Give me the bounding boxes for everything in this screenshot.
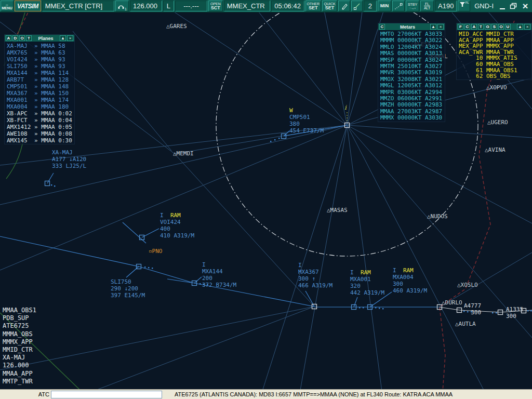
aircraft-tag[interactable]: A4777 300 — [464, 302, 481, 316]
history-dot — [152, 268, 153, 269]
history-dot — [54, 185, 55, 187]
history-count-field[interactable]: 2 — [364, 1, 377, 11]
minimize-button[interactable] — [498, 1, 507, 11]
planes-collapse-button[interactable]: ▲ — [60, 35, 66, 41]
metar-row[interactable]: MMVR 30005KT A3019 — [380, 70, 445, 76]
controller-row[interactable]: MID_ACC MMID_CTR — [459, 31, 531, 37]
planes-tab-t[interactable]: T — [26, 35, 32, 41]
fl-alt-button[interactable]: FL ALT — [420, 1, 434, 11]
aircraft-tag[interactable]: I RAMMXA004300460 A319/M — [393, 267, 427, 294]
planes-row[interactable]: AMX765 » MMAA 63 — [7, 49, 74, 56]
active-station-field[interactable]: MMEX_CTR [CTR] — [42, 1, 114, 11]
planes-row[interactable]: MXA004 » MMAA 180 — [7, 103, 74, 110]
chat-station-item[interactable]: PDB_SUP — [3, 314, 36, 322]
quick-set-button[interactable]: QUICK SET — [322, 1, 338, 11]
voice-headset-button[interactable]: 1 — [115, 1, 129, 11]
chat-station-item[interactable]: MMTP_TWR — [3, 378, 36, 385]
planes-row[interactable]: AMX145 » MMAA 0:30 — [7, 137, 74, 144]
gnd-mode-field[interactable]: GND-I — [471, 1, 497, 11]
chat-station-item[interactable]: MMID_CTR — [3, 346, 36, 354]
stby-button[interactable]: STBY ·→▫ — [406, 1, 419, 11]
menu-button[interactable]: ↔ MENU — [1, 1, 14, 11]
open-sct-button[interactable]: OPEN SCT — [208, 1, 223, 11]
aircraft-tag[interactable]: IMXA367300 ↑466 A319/M — [298, 262, 332, 289]
history-dot — [363, 307, 364, 308]
planes-row[interactable]: CMP501 » MMAA 148 — [7, 83, 74, 90]
chat-station-item[interactable]: MMMA_OBS — [3, 330, 36, 338]
tag-text: 400 — [160, 225, 170, 232]
planes-panel-header[interactable]: A D O T Planes ▲ × — [5, 35, 74, 42]
planes-row[interactable]: MXA001 » MMAA 174 — [7, 97, 74, 103]
sector-file-name: MMEX_CTR — [227, 2, 265, 10]
chat-station-item[interactable]: MMMX_APP — [3, 338, 36, 346]
metar-row[interactable]: MMAS 00000KT A3013 — [380, 50, 445, 57]
controllers-close-button[interactable]: × — [524, 24, 530, 30]
funnel-icon — [459, 1, 466, 8]
chat-station-item[interactable]: ATE6725 — [3, 322, 36, 330]
planes-row[interactable]: AMX1412 » MMAA 0:05 — [7, 124, 74, 130]
planes-row[interactable]: XB-APC » MMAA 0:02 — [7, 110, 74, 117]
planes-tab-d[interactable]: D — [12, 35, 18, 41]
aircraft-tag[interactable]: WCMP501380454 E737/M — [289, 107, 324, 134]
sector-file-field[interactable]: MMEX_CTR — [224, 1, 271, 11]
close-button[interactable]: × — [519, 1, 531, 11]
planes-tab-o[interactable]: O — [19, 35, 25, 41]
controllers-tab-a[interactable]: A — [471, 24, 477, 30]
clock-field[interactable]: 05:06:42 — [271, 1, 304, 11]
aircraft-tag[interactable]: XA-MAJA177 ↓A120333 LJ25/L — [52, 149, 86, 169]
vatsim-logo-button[interactable]: VATSIM — [15, 1, 41, 11]
controllers-tab-g[interactable]: G — [485, 24, 490, 30]
controllers-tab-f[interactable]: F — [458, 24, 463, 30]
metar-row[interactable]: MMZH 00000KT A2983 — [380, 102, 445, 108]
other-set-button[interactable]: OTHER SET — [305, 1, 321, 11]
metar-row[interactable]: MMMM 00000KT A3022 — [380, 37, 445, 44]
planes-row[interactable]: ARB7T » MMAA 128 — [7, 76, 74, 83]
draw-tool-button[interactable] — [338, 1, 350, 11]
controllers-collapse-button[interactable]: ▲ — [517, 24, 523, 30]
command-input[interactable] — [51, 391, 162, 398]
aircraft-tag[interactable]: I RAMVOI424400410 A319/M — [160, 212, 194, 239]
aircraft-tag[interactable]: SLI750290 ↓200397 E145/M — [111, 278, 145, 299]
chat-station-item[interactable]: 126.000 — [3, 362, 36, 369]
metar-row[interactable]: MMMX 00000KT A3030 — [380, 115, 445, 121]
primary-frequency-field[interactable]: 126.000 — [130, 1, 162, 11]
aircraft-tag[interactable]: IMXA144200372 B734/M — [202, 261, 236, 288]
controllers-tab-c[interactable]: C — [464, 24, 470, 30]
planes-close-button[interactable]: × — [67, 35, 73, 41]
planes-row[interactable]: AWE108 » MMAA 0:08 — [7, 130, 74, 137]
aircraft-tag[interactable]: A1335300 — [506, 306, 523, 320]
metar-close-button[interactable]: × — [437, 24, 444, 30]
planes-row[interactable]: XB-FCT » MMAA 0:04 — [7, 117, 74, 124]
airway-line — [354, 297, 357, 307]
controllers-panel-header[interactable]: FCATGSOU▲× — [457, 23, 531, 30]
planes-row[interactable]: VOI424 » MMAA 93 — [7, 56, 74, 63]
chat-station-item[interactable]: XA-MAJ — [3, 354, 36, 362]
controller-row[interactable]: 60 MMAA_OBS — [459, 61, 531, 68]
planes-row[interactable]: MXA144 » MMAA 114 — [7, 70, 74, 76]
route-display-button[interactable] — [392, 1, 405, 11]
metar-collapse-button[interactable]: ▲ — [430, 24, 436, 30]
measure-tool-button[interactable] — [351, 1, 363, 11]
metar-tab-c[interactable]: C — [379, 24, 385, 30]
planes-tab-a[interactable]: A — [6, 35, 11, 41]
aircraft-tag[interactable]: I RAMMXA001320442 A319/M — [350, 269, 384, 296]
planes-row[interactable]: XA-MAJ » MMAA 58 — [7, 43, 74, 49]
planes-row[interactable]: SLI750 » MMAA 93 — [7, 63, 74, 70]
controllers-tab-o[interactable]: O — [498, 24, 504, 30]
altitude-filter-field[interactable]: A190 — [435, 1, 457, 11]
line-mode-field[interactable]: L — [163, 1, 174, 11]
metar-panel-header[interactable]: C Metars ▲ × — [378, 23, 445, 30]
restore-button[interactable] — [509, 1, 518, 11]
line-mode: L — [167, 2, 170, 10]
planes-row[interactable]: MXA367 » MMAA 150 — [7, 90, 74, 97]
chat-station-item[interactable]: MMAA_APP — [3, 370, 36, 378]
min-button[interactable]: MIN — [378, 1, 391, 11]
secondary-frequency-field[interactable]: ---.--- — [175, 1, 207, 11]
filter-button[interactable]: FL — [458, 1, 470, 11]
controllers-tab-t[interactable]: T — [478, 24, 484, 30]
controllers-tab-u[interactable]: U — [505, 24, 511, 30]
metar-row[interactable]: MMGL 12005KT A3012 — [380, 83, 445, 89]
controller-row[interactable]: 62 OBS_OBS — [459, 73, 531, 79]
chat-station-item[interactable]: MMAA_OBS1 — [3, 307, 36, 314]
controllers-tab-s[interactable]: S — [491, 24, 497, 30]
